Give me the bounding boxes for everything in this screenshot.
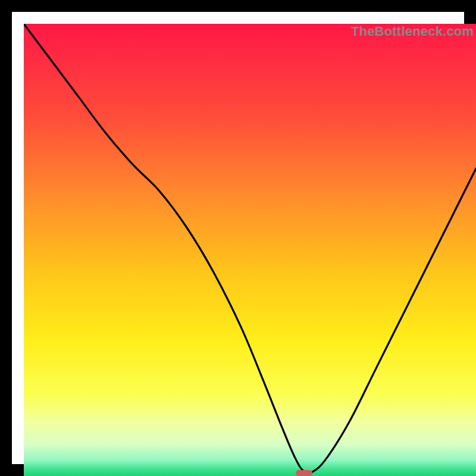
watermark-text: TheBottleneck.com (351, 24, 474, 39)
bottleneck-curve (24, 24, 476, 476)
plot-area: TheBottleneck.com (24, 24, 476, 476)
optimal-marker (296, 470, 312, 476)
chart-frame: TheBottleneck.com (0, 0, 476, 476)
